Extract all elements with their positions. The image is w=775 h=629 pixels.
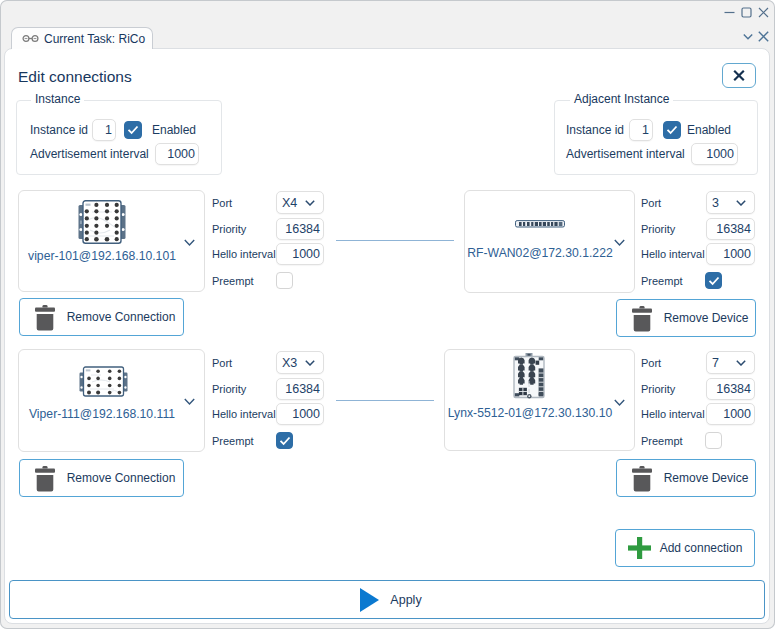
chevron-down-icon	[305, 200, 315, 206]
dialog-close-button[interactable]	[722, 63, 756, 88]
port-select-left-2[interactable]: X3	[276, 351, 324, 374]
adjacent-instance-id-label: Instance id	[566, 119, 624, 141]
preempt-label: Preempt	[641, 432, 683, 450]
port-select-right-2[interactable]: 7	[706, 351, 755, 374]
check-icon	[127, 125, 139, 135]
preempt-checkbox-right-2[interactable]	[705, 432, 722, 449]
check-icon	[708, 276, 720, 286]
connection-line-1	[336, 240, 454, 241]
adjacent-enabled-checkbox[interactable]	[663, 121, 681, 139]
device-label: Lynx-5512-01@172.30.130.10	[444, 406, 616, 420]
instance-id-label: Instance id	[30, 119, 88, 141]
link-icon	[22, 34, 39, 43]
tab-list-chevron-icon[interactable]	[742, 31, 753, 42]
instance-enabled-label: Enabled	[152, 119, 196, 141]
adjacent-instance-id-input[interactable]: 1	[629, 119, 653, 141]
priority-label: Priority	[212, 218, 246, 240]
priority-label: Priority	[641, 378, 675, 400]
priority-label: Priority	[212, 378, 246, 400]
device-image-viper-111	[79, 366, 128, 401]
minimize-icon[interactable]	[724, 7, 735, 18]
plus-icon	[628, 537, 651, 559]
device-label: Viper-111@192.168.10.111	[18, 407, 186, 421]
adjacent-instance-group-legend: Adjacent Instance	[570, 92, 673, 106]
adjacent-advertisement-input[interactable]: 1000	[691, 143, 738, 165]
port-label: Port	[212, 191, 232, 214]
apply-button[interactable]: Apply	[9, 580, 765, 619]
hello-interval-label: Hello interval	[212, 243, 276, 265]
trash-icon	[35, 304, 55, 331]
add-connection-button[interactable]: Add connection	[615, 529, 755, 567]
hello-input-right-1[interactable]: 1000	[706, 243, 755, 265]
instance-id-input[interactable]: 1	[92, 119, 116, 141]
device-selector-right-1[interactable]	[464, 190, 635, 293]
preempt-label: Preempt	[212, 272, 254, 290]
chevron-down-icon	[305, 360, 315, 366]
hello-input-right-2[interactable]: 1000	[706, 403, 755, 425]
check-icon	[666, 125, 678, 135]
connection-line-2	[336, 400, 434, 401]
device-image-viper-101	[78, 200, 126, 248]
preempt-label: Preempt	[212, 432, 254, 450]
instance-advertisement-label: Advertisement interval	[30, 143, 149, 165]
trash-icon	[632, 305, 652, 332]
hello-input-left-1[interactable]: 1000	[276, 243, 324, 265]
trash-icon	[35, 465, 55, 492]
device-image-rf-wan02	[515, 214, 565, 232]
tab-close-icon[interactable]	[758, 31, 769, 42]
chevron-down-icon	[184, 398, 195, 406]
close-icon	[733, 70, 745, 81]
hello-interval-label: Hello interval	[641, 403, 705, 425]
remove-connection-button-2[interactable]: Remove Connection	[19, 459, 184, 497]
hello-input-left-2[interactable]: 1000	[276, 403, 324, 425]
tab-label: Current Task: RiCo	[44, 32, 145, 46]
hello-interval-label: Hello interval	[641, 243, 705, 265]
preempt-checkbox-left-2[interactable]	[276, 432, 293, 449]
check-icon	[279, 436, 291, 446]
play-icon	[360, 588, 379, 612]
chevron-down-icon	[184, 239, 195, 247]
instance-enabled-checkbox[interactable]	[124, 121, 142, 139]
remove-connection-button-1[interactable]: Remove Connection	[19, 298, 184, 336]
tabstrip-controls	[742, 31, 769, 42]
remove-device-button-2[interactable]: Remove Device	[616, 459, 756, 497]
maximize-icon[interactable]	[741, 7, 752, 18]
preempt-checkbox-right-1[interactable]	[705, 272, 722, 289]
priority-input-left-2[interactable]: 16384	[276, 378, 324, 400]
adjacent-advertisement-label: Advertisement interval	[566, 143, 685, 165]
device-image-lynx-5512	[512, 353, 546, 403]
port-label: Port	[641, 351, 661, 374]
chevron-down-icon	[736, 200, 746, 206]
remove-device-button-1[interactable]: Remove Device	[616, 299, 756, 337]
port-select-right-1[interactable]: 3	[706, 191, 755, 214]
window-controls	[724, 7, 769, 18]
preempt-checkbox-left-1[interactable]	[276, 272, 293, 289]
port-label: Port	[212, 351, 232, 374]
page-title: Edit connections	[18, 68, 132, 86]
priority-input-right-2[interactable]: 16384	[706, 378, 755, 400]
tab-current-task[interactable]: Current Task: RiCo	[11, 27, 153, 49]
window-close-icon[interactable]	[758, 7, 769, 18]
port-select-left-1[interactable]: X4	[276, 191, 324, 214]
adjacent-enabled-label: Enabled	[687, 119, 731, 141]
device-label: RF-WAN02@172.30.1.222	[464, 246, 616, 260]
instance-group-legend: Instance	[31, 92, 84, 106]
port-label: Port	[641, 191, 661, 214]
chevron-down-icon	[736, 360, 746, 366]
preempt-label: Preempt	[641, 272, 683, 290]
device-label: viper-101@192.168.10.101	[18, 249, 186, 263]
app-window: Current Task: RiCo Edit connections Inst…	[0, 0, 775, 629]
priority-label: Priority	[641, 218, 675, 240]
trash-icon	[632, 465, 652, 492]
priority-input-left-1[interactable]: 16384	[276, 218, 324, 240]
instance-advertisement-input[interactable]: 1000	[155, 143, 199, 165]
priority-input-right-1[interactable]: 16384	[706, 218, 755, 240]
hello-interval-label: Hello interval	[212, 403, 276, 425]
